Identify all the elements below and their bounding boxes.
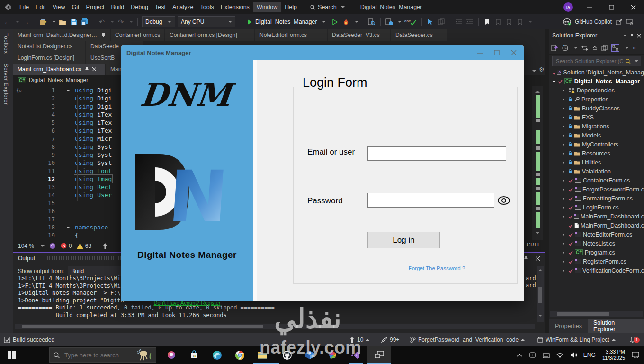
tree-item-form[interactable]: NoteEditorForm.cs (549, 230, 644, 239)
build-status[interactable]: Build succeeded (4, 333, 54, 346)
repository-indicator[interactable]: WinForm && Linq Project (537, 333, 616, 346)
overflow-icon[interactable]: » (633, 45, 636, 51)
output-vertical-scrollbar[interactable] (537, 266, 544, 322)
tab-containerform[interactable]: ContainerForm.cs (111, 29, 164, 41)
tree-item-folder[interactable]: Resources (549, 149, 644, 158)
fold-collapse-icon[interactable] (66, 227, 70, 230)
view-graph-icon[interactable] (611, 44, 619, 52)
editor-scrollbar[interactable] (532, 86, 543, 240)
taskbar-store-icon[interactable] (188, 348, 201, 362)
tab-loginform-design[interactable]: LoginForm.cs [Design] (13, 52, 85, 64)
taskbar-copilot-icon[interactable] (165, 348, 178, 362)
tree-item-dependencies[interactable]: Dependencies (549, 86, 644, 95)
redo-icon[interactable]: ↷ (116, 17, 125, 27)
pin-icon[interactable] (524, 256, 528, 261)
pin-icon[interactable] (85, 67, 89, 72)
close-icon[interactable] (637, 34, 641, 38)
line-ending-indicator[interactable]: CRLF (527, 242, 541, 247)
dialog-close-button[interactable] (505, 45, 522, 60)
tab-noteslist-designer[interactable]: NotesList.Designer.cs (13, 41, 85, 52)
tab-properties[interactable]: Properties (549, 318, 588, 333)
close-button[interactable] (622, 0, 644, 14)
expander-icon[interactable] (563, 134, 566, 137)
switch-views-icon[interactable] (551, 45, 558, 51)
tab-mainform-dashboard-active[interactable]: MainForm_Dashboard.cs (13, 64, 105, 75)
sync-with-active-document-icon[interactable] (581, 46, 588, 51)
taskbar-office-icon[interactable] (326, 348, 339, 362)
tree-item-folder[interactable]: Models (549, 131, 644, 140)
expander-icon[interactable] (563, 161, 566, 164)
collapse-all-icon[interactable] (592, 45, 598, 51)
tree-item-folder[interactable]: Valaidation (549, 167, 644, 176)
new-project-icon[interactable]: * (39, 17, 48, 27)
tree-item-form[interactable]: RegisterForm.cs (549, 257, 644, 266)
server-explorer-tab[interactable]: Server Explorer (3, 64, 9, 105)
tree-item-folder[interactable]: Utilities (549, 158, 644, 167)
platform-dropdown[interactable]: Any CPU (178, 16, 235, 27)
taskbar-search-box[interactable] (49, 347, 156, 363)
menu-tools[interactable]: Tools (197, 2, 217, 12)
expander-icon[interactable] (563, 242, 566, 246)
chevron-down-icon[interactable] (110, 21, 114, 25)
code-health-icon[interactable] (49, 243, 56, 249)
pin-icon[interactable] (101, 33, 106, 37)
back-icon[interactable]: ← (3, 17, 11, 27)
solution-horizontal-scrollbar[interactable] (550, 311, 643, 317)
menu-build[interactable]: Build (107, 2, 127, 12)
toggle-bookmark-icon[interactable] (483, 17, 492, 27)
expander-icon[interactable] (563, 98, 566, 101)
menu-help[interactable]: Help (281, 2, 300, 12)
chevron-down-icon[interactable] (625, 47, 629, 51)
tree-item-file[interactable]: MainForm_Dashboard.c (549, 221, 644, 230)
hot-reload-icon[interactable] (342, 17, 350, 27)
search-menu[interactable]: Search (307, 2, 348, 12)
dialog-minimize-button[interactable] (471, 45, 488, 60)
menu-test[interactable]: Test (152, 2, 169, 12)
show-all-files-icon[interactable] (601, 45, 608, 51)
expander-icon[interactable] (563, 233, 566, 237)
tree-item-properties[interactable]: Properties (549, 95, 644, 104)
document-dropdown-icon[interactable] (532, 70, 536, 74)
solution-search-box[interactable] (552, 56, 641, 66)
undo-icon[interactable]: ↶ (98, 17, 106, 27)
chevron-down-icon[interactable] (398, 21, 402, 25)
tab-noteeditorform[interactable]: NoteEditorForm.cs (255, 29, 327, 41)
menu-project[interactable]: Project (83, 2, 108, 12)
chevron-down-icon[interactable] (528, 21, 532, 25)
tree-item-project[interactable]: C# Digital_Notes_Manager (549, 77, 644, 86)
expander-icon[interactable] (563, 170, 566, 173)
select-pointer-icon[interactable] (426, 17, 435, 27)
scroll-down-icon[interactable] (535, 232, 540, 237)
taskbar-chrome-icon[interactable] (233, 348, 246, 362)
error-count[interactable]: 0 (61, 243, 72, 249)
increase-indent-icon[interactable] (465, 17, 474, 27)
password-field[interactable] (367, 193, 494, 208)
register-link[interactable]: Don't Have Acount? Register (121, 300, 253, 306)
action-center-icon[interactable] (632, 352, 639, 358)
tree-item-folder[interactable]: BuddyClasses (549, 104, 644, 113)
menu-extensions[interactable]: Extensions (217, 2, 253, 12)
expander-icon[interactable] (563, 179, 566, 182)
clear-bookmarks-icon[interactable] (516, 17, 524, 27)
open-folder-icon[interactable] (58, 17, 67, 27)
editor-settings-gear-icon[interactable]: ⚙ (539, 66, 545, 73)
tree-item-folder[interactable]: Migrations (549, 122, 644, 131)
expander-icon[interactable] (563, 89, 566, 92)
navigate-home-icon[interactable] (385, 17, 394, 27)
tree-item-program[interactable]: C# Program.cs (549, 248, 644, 257)
menu-window[interactable]: Window (253, 2, 281, 12)
warning-count[interactable]: 63 (77, 243, 91, 249)
tree-item-form[interactable]: NotesList.cs (549, 239, 644, 248)
tab-solution-explorer[interactable]: Solution Explorer (588, 318, 644, 333)
output-horizontal-scrollbar[interactable] (15, 324, 535, 329)
wifi-icon[interactable] (556, 353, 564, 358)
configuration-dropdown[interactable]: Debug (142, 16, 175, 27)
dialog-titlebar[interactable]: Digital Notes Manager (121, 45, 524, 60)
solution-search-input[interactable] (555, 58, 624, 64)
toolbox-tab[interactable]: Toolbox (3, 33, 9, 54)
zoom-level[interactable]: 104 % (18, 243, 34, 249)
expander-icon[interactable] (563, 260, 566, 264)
output-title[interactable]: Output (18, 255, 35, 262)
tab-dataseeder[interactable]: DataSeeder.cs (391, 29, 447, 41)
tray-expand-icon[interactable] (517, 353, 522, 357)
